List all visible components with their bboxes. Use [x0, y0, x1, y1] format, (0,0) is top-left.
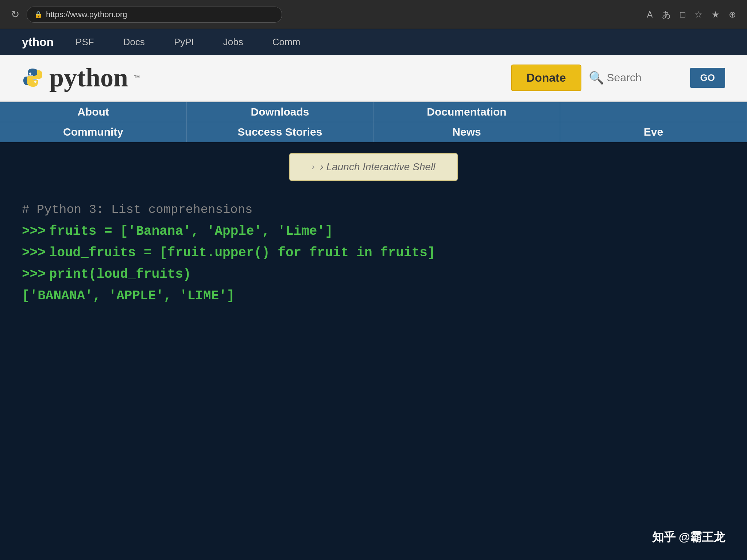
url-text: https://www.python.org: [46, 10, 127, 19]
python-logo-area: python ™: [22, 63, 140, 93]
main-nav-grid: About Downloads Documentation Community …: [0, 102, 747, 142]
donate-button[interactable]: Donate: [511, 65, 581, 91]
lock-icon: 🔒: [34, 11, 42, 19]
nav-placeholder1: [560, 102, 747, 122]
main-nav: About Downloads Documentation Community …: [0, 102, 747, 142]
python-snake-icon: [22, 67, 44, 89]
svg-point-0: [29, 73, 31, 75]
top-nav-community[interactable]: Comm: [272, 36, 301, 48]
code-line-2: >>> loud_fruits = [fruit.upper() for fru…: [22, 245, 725, 260]
top-nav-items: PSF Docs PyPI Jobs Comm: [76, 36, 300, 48]
code-text-1: fruits = ['Banana', 'Apple', 'Lime']: [49, 224, 333, 239]
go-button[interactable]: GO: [690, 68, 725, 88]
search-input[interactable]: [607, 71, 687, 84]
nav-community[interactable]: Community: [0, 122, 187, 142]
code-text-2: loud_fruits = [fruit.upper() for fruit i…: [49, 245, 436, 260]
top-nav-logo: ython: [22, 35, 54, 49]
code-line-1: >>> fruits = ['Banana', 'Apple', 'Lime']: [22, 224, 725, 239]
top-nav: ython PSF Docs PyPI Jobs Comm: [0, 29, 747, 55]
python-logo-text: python: [49, 63, 128, 93]
address-bar[interactable]: 🔒 https://www.python.org: [27, 7, 282, 23]
code-prompt-1: >>>: [22, 224, 46, 239]
browser-chrome: ↻ 🔒 https://www.python.org A あ □ ☆ ★ ⊕: [0, 0, 747, 29]
top-nav-docs[interactable]: Docs: [123, 36, 145, 48]
code-line-3: >>> print(loud_fruits): [22, 267, 725, 282]
launch-shell-label: › Launch Interactive Shell: [320, 161, 436, 173]
top-nav-jobs[interactable]: Jobs: [223, 36, 243, 48]
chevron-icon: ›: [312, 162, 315, 172]
launch-shell-wrap: › › Launch Interactive Shell: [0, 142, 747, 188]
search-area: 🔍 GO: [589, 68, 725, 88]
header-right: Donate 🔍 GO: [511, 65, 725, 91]
watermark: 知乎 @霸王龙: [652, 529, 725, 545]
refresh-button[interactable]: ↻: [11, 8, 19, 20]
code-comment: # Python 3: List comprehensions: [22, 203, 725, 217]
extensions-btn[interactable]: ⊕: [729, 9, 736, 20]
header-bar: python ™ Donate 🔍 GO: [0, 55, 747, 102]
svg-point-1: [34, 81, 36, 83]
translate-btn[interactable]: あ: [662, 9, 671, 20]
code-prompt-2: >>>: [22, 245, 46, 260]
reader-mode-btn[interactable]: A: [647, 9, 653, 20]
browser-tools: A あ □ ☆ ★ ⊕: [647, 9, 736, 20]
search-icon: 🔍: [589, 70, 604, 85]
top-nav-psf[interactable]: PSF: [76, 36, 94, 48]
split-view-btn[interactable]: □: [680, 9, 686, 20]
favorites-btn[interactable]: ★: [712, 9, 720, 20]
site-container: ython PSF Docs PyPI Jobs Comm python ™ D…: [0, 29, 747, 560]
code-section: # Python 3: List comprehensions >>> frui…: [0, 188, 747, 318]
nav-about[interactable]: About: [0, 102, 187, 122]
nav-success-stories[interactable]: Success Stories: [187, 122, 374, 142]
code-prompt-3: >>>: [22, 267, 46, 282]
python-tm: ™: [133, 74, 140, 82]
launch-shell-button[interactable]: › › Launch Interactive Shell: [289, 153, 458, 181]
nav-events[interactable]: Eve: [560, 122, 747, 142]
nav-documentation[interactable]: Documentation: [374, 102, 560, 122]
nav-downloads[interactable]: Downloads: [187, 102, 374, 122]
code-output: ['BANANA', 'APPLE', 'LIME']: [22, 288, 725, 303]
bookmark-btn[interactable]: ☆: [694, 9, 703, 20]
nav-news[interactable]: News: [374, 122, 560, 142]
top-nav-pypi[interactable]: PyPI: [174, 36, 194, 48]
code-text-3: print(loud_fruits): [49, 267, 191, 282]
